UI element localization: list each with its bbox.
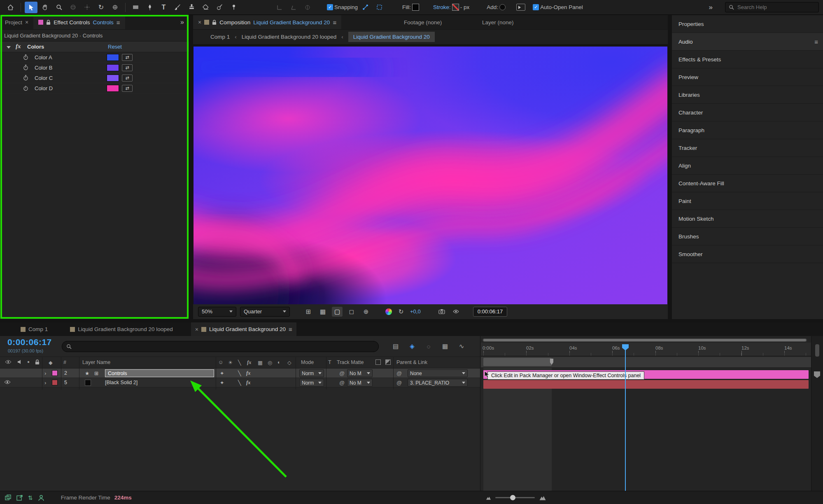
layer-label-chip[interactable] — [52, 370, 58, 376]
composition-cache-icon[interactable] — [16, 495, 23, 501]
audio-icon[interactable] — [17, 359, 22, 366]
hand-tool[interactable] — [39, 2, 51, 13]
panel-menu-icon[interactable]: ≡ — [117, 19, 120, 26]
comp-mini-flowchart-icon[interactable]: ▤ — [390, 341, 401, 352]
track-matte-select[interactable]: No M — [347, 379, 373, 387]
override-icon[interactable]: ⇄ — [122, 64, 133, 71]
show-snapshot-icon[interactable] — [451, 307, 462, 317]
fx-switch-icon[interactable]: fx — [246, 370, 250, 376]
blend-mode-select[interactable]: Norm — [299, 369, 324, 377]
switch-columns-icon[interactable]: ⇅ — [28, 495, 33, 501]
panel-overflow-icon[interactable]: » — [180, 19, 189, 26]
roto-brush-tool[interactable] — [213, 2, 226, 13]
lock-icon[interactable] — [35, 359, 40, 366]
parent-select[interactable]: 3. PLACE_RATIO — [408, 379, 468, 387]
parent-pickwhip-icon[interactable]: @ — [396, 380, 402, 386]
lock-icon[interactable] — [212, 20, 217, 25]
view-layout-icon[interactable]: ⊕ — [361, 307, 371, 317]
exposure-value[interactable]: +0,0 — [410, 308, 421, 315]
collapse-switch-icon[interactable]: ✦ — [220, 370, 224, 376]
track-matte-select[interactable]: No M — [347, 369, 373, 377]
fx-icon[interactable]: fx — [16, 43, 21, 50]
fx-icon[interactable]: fx — [247, 359, 251, 366]
pen-tool[interactable] — [143, 2, 156, 13]
column-index[interactable]: # — [63, 359, 66, 365]
motion-blur-icon[interactable]: ◎ — [268, 359, 272, 366]
fx-switch-icon[interactable]: fx — [246, 380, 250, 386]
magnification-select[interactable]: 50% — [198, 307, 236, 317]
preview-timecode[interactable]: 0:00:06:17 — [473, 307, 507, 317]
twirl-down-icon[interactable] — [7, 46, 11, 49]
tab-footage[interactable]: Footage (none) — [399, 15, 447, 29]
color-swatch[interactable] — [107, 54, 119, 61]
take-snapshot-icon[interactable] — [436, 307, 447, 317]
parent-pickwhip-icon[interactable]: @ — [396, 370, 402, 376]
open-panel-icon[interactable] — [516, 4, 525, 11]
snap-to-features-icon[interactable] — [373, 2, 386, 13]
selection-tool[interactable] — [25, 2, 37, 13]
adjustment-layer-icon[interactable]: ◐ — [277, 359, 281, 365]
collapse-switch-icon[interactable]: ✦ — [220, 380, 224, 386]
snapping-checkbox[interactable]: ✓ — [327, 4, 333, 10]
help-search-input[interactable] — [737, 4, 807, 10]
hide-shy-layers-icon[interactable]: ◌ — [423, 341, 434, 352]
transparency-grid-icon[interactable]: ◻ — [346, 307, 357, 317]
reset-exposure-icon[interactable]: ↻ — [396, 307, 406, 317]
eraser-tool[interactable] — [199, 2, 212, 13]
stroke-width-value[interactable]: - px — [460, 4, 470, 10]
timeline-tab-current[interactable]: × Liquid Gradient Background 20 ≡ — [191, 322, 296, 336]
work-area-bar[interactable] — [481, 357, 811, 368]
sidebar-item-smoother[interactable]: Smoother — [672, 245, 823, 263]
stroke-color-swatch[interactable] — [452, 4, 459, 11]
blend-mode-select[interactable]: Norm — [299, 379, 324, 387]
panel-menu-icon[interactable]: ≡ — [814, 38, 818, 45]
column-parent-link[interactable]: Parent & Link — [396, 359, 427, 365]
rotation-tool[interactable]: ↻ — [95, 2, 107, 13]
close-icon[interactable]: × — [195, 326, 198, 333]
sidebar-item-paragraph[interactable]: Paragraph — [672, 121, 823, 139]
quality-icon[interactable]: ╲ — [238, 359, 241, 366]
tab-project[interactable]: Project × — [0, 15, 33, 29]
frame-blending-icon[interactable]: ▦ — [440, 341, 450, 352]
twirl-icon[interactable]: › — [44, 380, 46, 386]
column-layer-name[interactable]: Layer Name — [82, 359, 110, 365]
type-tool[interactable]: T — [157, 2, 170, 13]
draft-3d-icon[interactable]: ◈ — [407, 341, 417, 352]
time-navigator[interactable] — [483, 338, 807, 342]
tab-composition[interactable]: × Composition Liquid Gradient Background… — [193, 15, 341, 29]
zoom-in-mountain-icon[interactable] — [539, 495, 546, 501]
clone-stamp-tool[interactable] — [185, 2, 198, 13]
stopwatch-icon[interactable] — [23, 54, 28, 61]
timeline-search-input[interactable] — [75, 343, 359, 350]
eye-icon[interactable] — [4, 380, 11, 385]
reset-link[interactable]: Reset — [108, 44, 122, 50]
sidebar-item-libraries[interactable]: Libraries — [672, 86, 823, 104]
scrollbar-thumb[interactable] — [815, 344, 819, 357]
panel-menu-icon[interactable]: ≡ — [333, 19, 336, 26]
composition-viewport[interactable] — [193, 44, 668, 304]
sidebar-item-motion-sketch[interactable]: Motion Sketch — [672, 210, 823, 228]
color-swatch[interactable] — [107, 85, 119, 92]
stopwatch-icon[interactable] — [23, 65, 28, 72]
add-swatch-icon[interactable] — [499, 4, 506, 10]
color-swatch[interactable] — [107, 75, 119, 82]
view-axis-mode-icon[interactable] — [301, 2, 314, 13]
quality-switch-icon[interactable]: ╲ — [238, 380, 241, 386]
sidebar-item-tracker[interactable]: Tracker — [672, 139, 823, 157]
sidebar-item-brushes[interactable]: Brushes — [672, 228, 823, 245]
eye-icon[interactable] — [5, 359, 12, 365]
show-channel-icon[interactable] — [385, 308, 392, 315]
star-icon[interactable]: ★ — [85, 370, 89, 376]
current-renderer-icon[interactable] — [38, 495, 44, 501]
current-timecode[interactable]: 0:00:06:17 — [7, 337, 52, 347]
effect-property-row[interactable]: Color A ⇄ — [0, 52, 189, 63]
rectangle-shape-tool[interactable] — [129, 2, 142, 13]
timeline-search-box[interactable] — [62, 341, 379, 352]
close-icon[interactable]: × — [25, 19, 28, 26]
sidebar-item-audio[interactable]: Audio≡ — [672, 33, 823, 51]
toolbar-overflow-icon[interactable]: » — [709, 3, 713, 12]
local-axis-mode-icon[interactable] — [273, 2, 286, 13]
shy-icon[interactable]: ☺ — [218, 359, 224, 365]
lock-icon[interactable] — [46, 20, 51, 25]
timeline-tab-comp1[interactable]: Comp 1 — [16, 322, 52, 336]
